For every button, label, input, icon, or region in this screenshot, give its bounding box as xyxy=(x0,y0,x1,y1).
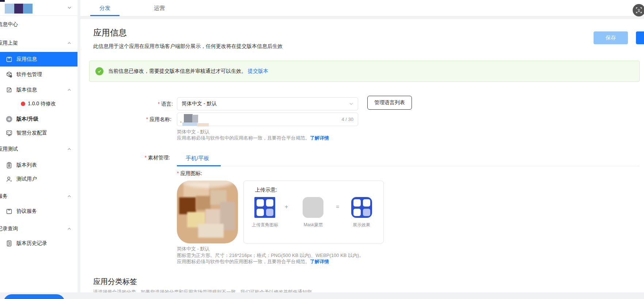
alert-message: 当前信息已修改，需要提交版本信息并审核通过才可以生效。 xyxy=(108,68,246,75)
demo-label-upload: 上传直角图标 xyxy=(247,222,283,228)
sidebar-item-9[interactable]: 版本列表 xyxy=(0,158,77,173)
chevron-up-icon[interactable] xyxy=(67,41,72,46)
sidebar-item-14[interactable]: 版本历史记录 xyxy=(0,236,77,251)
app-name-label: 应用名称: xyxy=(124,116,171,123)
bag-icon xyxy=(5,208,13,215)
success-alert: 当前信息已修改，需要提交版本信息并审核通过才可以生效。 提交版本 xyxy=(89,61,640,82)
check-circle-icon xyxy=(95,67,103,75)
sidebar-section-1[interactable]: 应用上架 xyxy=(0,39,77,47)
chevron-up-icon[interactable] xyxy=(67,88,72,92)
mask-layer-icon xyxy=(303,197,323,218)
plus-sign: + xyxy=(285,204,288,210)
sidebar-item-4[interactable]: 版本信息 xyxy=(0,83,77,97)
tab-operation[interactable]: 运营 xyxy=(141,0,178,16)
sidebar-subitem-version[interactable]: 1.0.0 待修改 xyxy=(0,99,77,109)
equals-sign: = xyxy=(336,204,339,210)
clipboard-icon xyxy=(5,162,13,169)
tab-distribution[interactable]: 分发 xyxy=(87,0,123,16)
sidebar-item-6[interactable]: 版本/升级 xyxy=(0,112,77,126)
app-root: 信息中心应用上架应用信息软件包管理版本信息1.0.0 待修改版本/升级智慧分发配… xyxy=(0,0,644,299)
char-counter: 4 / 30 xyxy=(341,117,353,122)
page-title: 应用信息 xyxy=(93,27,127,38)
sidebar-item-3[interactable]: 软件包管理 xyxy=(0,67,77,82)
workspace-switcher[interactable] xyxy=(0,0,77,16)
demo-label-mask: Mask蒙层 xyxy=(299,222,328,228)
demo-label-result: 展示效果 xyxy=(340,222,383,228)
save-button[interactable]: 保存 xyxy=(594,31,628,44)
logo-block-3 xyxy=(23,4,33,14)
status-dot xyxy=(21,102,25,106)
upload-demo-box: 上传示意: + = 上传直角图标 Mask蒙层 展示效果 xyxy=(243,181,384,243)
sidebar-item-12[interactable]: 协议服务 xyxy=(0,204,77,219)
manage-language-list-button[interactable]: 管理语言列表 xyxy=(367,96,412,110)
chevron-up-icon[interactable] xyxy=(67,194,72,199)
app-icon-preview[interactable] xyxy=(177,181,238,243)
sidebar-section-13[interactable]: 记录查询 xyxy=(0,225,77,232)
primary-action-button-clipped[interactable] xyxy=(636,31,644,44)
plus-circle-icon xyxy=(5,116,13,123)
package-icon xyxy=(5,71,13,78)
sidebar-section-11[interactable]: 服务 xyxy=(0,193,77,200)
name-helper-lang: 简体中文 - 默认 xyxy=(177,129,210,135)
square-corner-icon xyxy=(254,197,275,218)
chevron-down-icon xyxy=(349,102,353,106)
chevron-down-icon[interactable] xyxy=(67,5,72,10)
sidebar-section-8[interactable]: 应用测试 xyxy=(0,145,77,153)
bag-icon xyxy=(5,56,13,63)
language-label: 语言: xyxy=(125,101,173,107)
icon-helper-rule: 应用图标必须与软件包中的应用图标一致，且要符合平台规范。了解详情 xyxy=(177,258,329,265)
chevron-up-icon[interactable] xyxy=(67,227,72,231)
submit-version-link[interactable]: 提交版本 xyxy=(248,68,268,75)
redacted-app-name: , xyxy=(180,117,182,123)
learn-more-link[interactable]: 了解详情 xyxy=(310,259,329,264)
language-select[interactable]: 简体中文 - 默认 xyxy=(177,97,358,110)
tab-phone-tablet[interactable]: 手机/平板 xyxy=(186,155,209,162)
version-doc-icon xyxy=(5,86,13,94)
sidebar-item-2[interactable]: 应用信息 xyxy=(0,52,77,67)
logo-block-2 xyxy=(14,4,23,14)
main-content: 应用信息 此信息用于这个应用在应用市场客户端部分展示，任何更改将在提交版本信息后… xyxy=(80,19,644,292)
user-icon xyxy=(5,175,13,183)
top-tabbar: 分发 运营 文 xyxy=(80,0,644,16)
upload-demo-title: 上传示意: xyxy=(255,187,277,193)
page-subtitle: 此信息用于这个应用在应用市场客户端部分展示，任何更改将在提交版本信息后生效 xyxy=(93,43,283,50)
logo-fragment xyxy=(0,0,5,2)
translate-icon[interactable]: 文 xyxy=(633,4,644,16)
tab-active-underline xyxy=(177,165,221,166)
history-doc-icon xyxy=(5,240,13,247)
logo-block-1 xyxy=(5,4,14,14)
tab-divider xyxy=(177,166,640,166)
sidebar-item-10[interactable]: 测试用户 xyxy=(0,172,77,186)
result-icon xyxy=(351,197,372,218)
language-select-value: 简体中文 - 默认 xyxy=(182,101,349,107)
icon-helper-lang: 简体中文 - 默认 xyxy=(177,246,210,252)
smart-config-icon xyxy=(5,129,13,137)
material-label: 素材管理: xyxy=(122,155,170,161)
sidebar-section-0[interactable]: 信息中心 xyxy=(0,21,77,28)
icon-helper-size: 图标需为正方形。尺寸：216*216px；格式：PNG(500 KB 以内)、W… xyxy=(177,252,364,259)
app-name-input[interactable]: , 4 / 30 xyxy=(177,113,358,126)
submit-review-button[interactable]: 提交审核 xyxy=(4,294,65,299)
chevron-up-icon[interactable] xyxy=(67,147,72,152)
category-section-title: 应用分类标签 xyxy=(93,277,137,287)
svg-text:文: 文 xyxy=(637,9,641,12)
app-icon-label: 应用图标: xyxy=(177,170,202,177)
footer-strip xyxy=(0,292,644,299)
sidebar: 信息中心应用上架应用信息软件包管理版本信息1.0.0 待修改版本/升级智慧分发配… xyxy=(0,0,77,292)
learn-more-link[interactable]: 了解详情 xyxy=(310,135,329,141)
sidebar-item-7[interactable]: 智慧分发配置 xyxy=(0,126,77,140)
name-helper-rule: 应用名称必须与软件包中的应用名称一致，且要符合平台规范。了解详情 xyxy=(177,135,329,141)
